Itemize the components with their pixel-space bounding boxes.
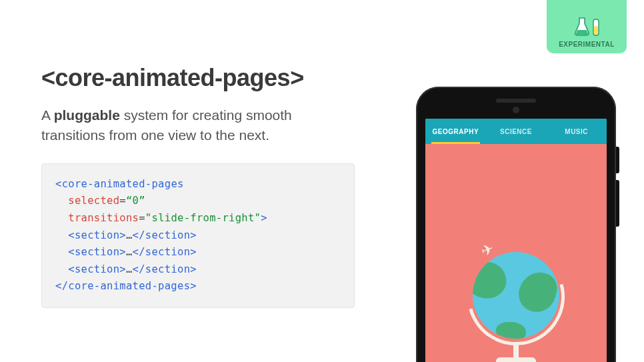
code-attr-transitions: transitions xyxy=(68,212,139,224)
tab-content: ✈ xyxy=(425,144,607,362)
code-quote: “ xyxy=(126,195,133,207)
tab-science[interactable]: SCIENCE xyxy=(486,119,547,144)
code-open-bracket: < xyxy=(55,178,62,190)
code-section-open: <section> xyxy=(68,263,126,275)
subtitle-pre: A xyxy=(41,107,54,123)
globe-stand-base xyxy=(496,357,536,362)
globe-illustration: ✈ xyxy=(463,245,569,362)
code-section-close: </section> xyxy=(133,229,197,241)
code-section-open: <section> xyxy=(68,246,126,258)
tab-music[interactable]: MUSIC xyxy=(546,119,607,144)
page-title: <core-animated-pages> xyxy=(41,64,355,92)
tab-geography[interactable]: GEOGRAPHY xyxy=(425,119,486,144)
slide-content: <core-animated-pages> A pluggable system… xyxy=(41,64,355,308)
code-val-transitions: slide-from-right xyxy=(152,212,255,224)
badge-label: EXPERIMENTAL xyxy=(559,41,615,48)
code-tag-name: core-animated-pages xyxy=(62,178,184,190)
code-ellipsis: … xyxy=(126,229,133,241)
phone-power-button xyxy=(616,147,619,173)
subtitle: A pluggable system for creating smooth t… xyxy=(41,105,355,146)
code-quote: " xyxy=(145,212,152,224)
code-open-end: > xyxy=(261,212,267,224)
code-section-open: <section> xyxy=(68,229,126,241)
tab-bar: GEOGRAPHY SCIENCE MUSIC xyxy=(425,119,607,144)
code-section-close: </section> xyxy=(133,263,197,275)
code-section-close: </section> xyxy=(133,246,197,258)
code-quote: " xyxy=(255,212,261,224)
beaker-icon xyxy=(573,17,600,37)
code-quote: ” xyxy=(139,195,145,207)
globe-stand-stem xyxy=(513,343,519,359)
phone-mock: GEOGRAPHY SCIENCE MUSIC ✈ xyxy=(416,87,616,362)
code-eq: = xyxy=(119,195,126,207)
code-attr-selected: selected xyxy=(68,195,119,207)
experimental-badge: EXPERIMENTAL xyxy=(547,0,627,53)
code-snippet: <core-animated-pages selected=“0” transi… xyxy=(41,163,355,308)
svg-rect-1 xyxy=(594,26,598,35)
code-close-tag: </core-animated-pages> xyxy=(55,280,197,292)
subtitle-bold: pluggable xyxy=(54,107,120,123)
code-ellipsis: … xyxy=(126,263,133,275)
code-ellipsis: … xyxy=(126,246,133,258)
globe-icon xyxy=(473,252,559,339)
code-val-selected: 0 xyxy=(133,195,139,207)
phone-volume-button xyxy=(616,180,619,227)
phone-screen: GEOGRAPHY SCIENCE MUSIC ✈ xyxy=(425,119,607,362)
code-eq: = xyxy=(139,212,145,224)
